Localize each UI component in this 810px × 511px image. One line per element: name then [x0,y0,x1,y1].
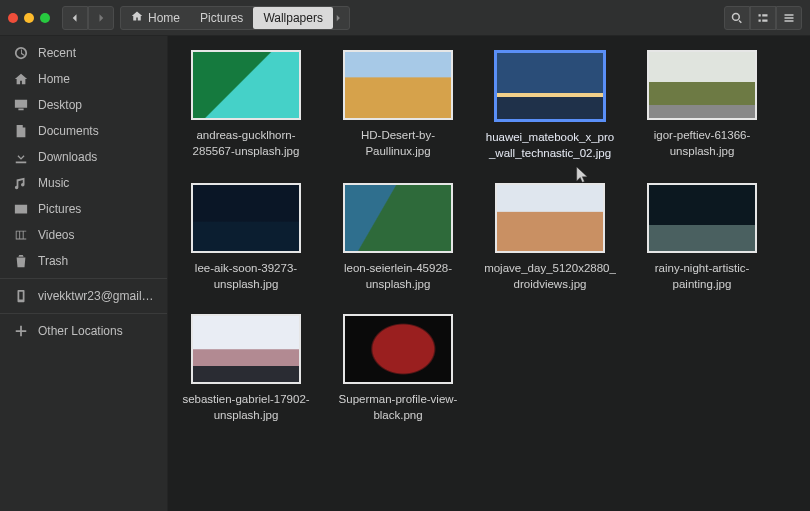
file-item[interactable]: sebastien-gabriel-17902-unsplash.jpg [184,314,308,423]
sidebar-item-label: Trash [38,254,68,268]
file-thumbnail [191,50,301,120]
window-controls [8,13,50,23]
sidebar-item-label: Music [38,176,69,190]
back-button[interactable] [62,6,88,30]
file-item[interactable]: HD-Desert-by-Paullinux.jpg [336,50,460,161]
sidebar-item-documents[interactable]: Documents [0,118,167,144]
sidebar-item-label: Videos [38,228,74,242]
search-button[interactable] [724,6,750,30]
nav-history [62,6,114,30]
forward-button[interactable] [88,6,114,30]
videos-icon [14,228,28,242]
sidebar-item-home[interactable]: Home [0,66,167,92]
file-name: HD-Desert-by-Paullinux.jpg [331,128,465,159]
breadcrumb-label: Home [148,11,180,25]
file-item[interactable]: Superman-profile-view-black.png [336,314,460,423]
file-name: Superman-profile-view-black.png [331,392,465,423]
chevron-right-icon [333,13,343,23]
sidebar-item-desktop[interactable]: Desktop [0,92,167,118]
sidebar-item-label: Documents [38,124,99,138]
sidebar-item-music[interactable]: Music [0,170,167,196]
file-name: igor-peftiev-61366-unsplash.jpg [635,128,769,159]
documents-icon [14,124,28,138]
breadcrumb-label: Pictures [200,11,243,25]
pictures-icon [14,202,28,216]
close-window-button[interactable] [8,13,18,23]
breadcrumb-wallpapers[interactable]: Wallpapers [253,7,333,29]
minimize-window-button[interactable] [24,13,34,23]
file-thumbnail [494,50,606,122]
trash-icon [14,254,28,268]
sidebar-item-label: Desktop [38,98,82,112]
view-toggle-button[interactable] [750,6,776,30]
file-name: lee-aik-soon-39273-unsplash.jpg [179,261,313,292]
breadcrumb-pictures[interactable]: Pictures [190,7,253,29]
file-item[interactable]: lee-aik-soon-39273-unsplash.jpg [184,183,308,292]
file-name: leon-seierlein-45928-unsplash.jpg [331,261,465,292]
file-thumbnail [343,183,453,253]
home-icon [131,10,143,25]
breadcrumb: Home Pictures Wallpapers [120,6,350,30]
file-item[interactable]: huawei_matebook_x_pro_wall_technastic_02… [488,50,612,161]
desktop-icon [14,98,28,112]
recent-icon [14,46,28,60]
file-item[interactable]: leon-seierlein-45928-unsplash.jpg [336,183,460,292]
phone-icon [14,289,28,303]
file-item[interactable]: igor-peftiev-61366-unsplash.jpg [640,50,764,161]
hamburger-menu-button[interactable] [776,6,802,30]
sidebar-item-label: Recent [38,46,76,60]
toolbar-right [724,6,802,30]
plus-icon [14,324,28,338]
sidebar-item-label: Home [38,72,70,86]
file-thumbnail [647,183,757,253]
sidebar-account[interactable]: vivekktwr23@gmail…. [0,283,167,309]
sidebar-item-pictures[interactable]: Pictures [0,196,167,222]
sidebar: RecentHomeDesktopDocumentsDownloadsMusic… [0,36,168,511]
file-name: huawei_matebook_x_pro_wall_technastic_02… [483,130,617,161]
sidebar-item-videos[interactable]: Videos [0,222,167,248]
sidebar-item-recent[interactable]: Recent [0,40,167,66]
file-name: rainy-night-artistic-painting.jpg [635,261,769,292]
downloads-icon [14,150,28,164]
file-name: mojave_day_5120x2880_droidviews.jpg [483,261,617,292]
file-name: andreas-gucklhorn-285567-unsplash.jpg [179,128,313,159]
maximize-window-button[interactable] [40,13,50,23]
sidebar-item-trash[interactable]: Trash [0,248,167,274]
sidebar-item-label: vivekktwr23@gmail…. [38,289,155,303]
file-thumbnail [191,183,301,253]
file-item[interactable]: mojave_day_5120x2880_droidviews.jpg [488,183,612,292]
file-thumbnail [343,314,453,384]
file-thumbnail [647,50,757,120]
sidebar-separator [0,313,167,314]
file-item[interactable]: rainy-night-artistic-painting.jpg [640,183,764,292]
file-name: sebastien-gabriel-17902-unsplash.jpg [179,392,313,423]
file-item[interactable]: andreas-gucklhorn-285567-unsplash.jpg [184,50,308,161]
sidebar-item-label: Downloads [38,150,97,164]
file-thumbnail [495,183,605,253]
home-icon [14,72,28,86]
sidebar-item-label: Pictures [38,202,81,216]
file-thumbnail [191,314,301,384]
sidebar-item-label: Other Locations [38,324,123,338]
music-icon [14,176,28,190]
icon-grid: andreas-gucklhorn-285567-unsplash.jpgHD-… [184,50,794,423]
file-thumbnail [343,50,453,120]
sidebar-other-locations[interactable]: Other Locations [0,318,167,344]
toolbar: Home Pictures Wallpapers [0,0,810,36]
breadcrumb-home[interactable]: Home [121,7,190,29]
breadcrumb-label: Wallpapers [263,11,323,25]
sidebar-item-downloads[interactable]: Downloads [0,144,167,170]
sidebar-separator [0,278,167,279]
content-area[interactable]: andreas-gucklhorn-285567-unsplash.jpgHD-… [168,36,810,511]
